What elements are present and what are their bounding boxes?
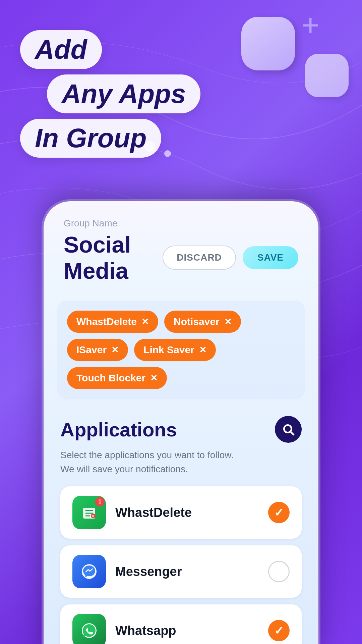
group-header: Group Name Social Media DISCARD SAVE xyxy=(44,201,318,290)
hero-pill-add: Add xyxy=(20,30,102,69)
tag-close-isaver[interactable]: ✕ xyxy=(111,345,119,354)
app-icon-whastdelete: ✕ 1 xyxy=(72,496,106,529)
check-icon-whatsapp: ✓ xyxy=(274,624,284,637)
tag-linksaver[interactable]: Link Saver ✕ xyxy=(134,339,216,361)
messenger-icon-svg xyxy=(79,561,99,582)
hero-pill-ingroup: In Group xyxy=(20,119,161,158)
checkbox-whastdelete[interactable]: ✓ xyxy=(268,502,290,523)
tag-close-notisaver[interactable]: ✕ xyxy=(224,317,232,326)
phone-screen: Group Name Social Media DISCARD SAVE Wha… xyxy=(44,201,318,644)
search-button[interactable] xyxy=(275,416,302,443)
save-button[interactable]: SAVE xyxy=(243,246,298,269)
shape-pill-large xyxy=(241,17,295,70)
applications-header: Applications xyxy=(60,416,302,443)
search-icon xyxy=(282,423,295,436)
whastdelete-badge: 1 xyxy=(95,497,105,506)
app-item-left-messenger: Messenger xyxy=(72,555,182,588)
tag-name-touchblocker: Touch Blocker xyxy=(76,372,145,384)
app-item-messenger: Messenger xyxy=(60,545,302,598)
app-name-whastdelete: WhastDelete xyxy=(115,505,192,520)
decorative-shapes: + xyxy=(221,0,362,107)
app-item-left-whatsapp: Whatsapp xyxy=(72,614,176,644)
app-name-messenger: Messenger xyxy=(115,565,182,579)
app-icon-whatsapp xyxy=(72,614,106,644)
app-list: ✕ 1 WhastDelete ✓ xyxy=(60,486,302,644)
tag-name-whastdelete: WhastDelete xyxy=(76,316,137,327)
tag-name-isaver: ISaver xyxy=(76,344,107,356)
tag-whastdelete[interactable]: WhastDelete ✕ xyxy=(67,311,158,333)
tag-close-whastdelete[interactable]: ✕ xyxy=(141,317,149,326)
app-icon-messenger xyxy=(72,555,106,588)
hero-pill-anyapps: Any Apps xyxy=(47,74,200,113)
applications-section: Applications Select the applications you… xyxy=(44,409,318,644)
tag-name-linksaver: Link Saver xyxy=(143,344,194,356)
tag-name-notisaver: Notisaver xyxy=(174,316,220,327)
hero-text-anyapps: Any Apps xyxy=(62,79,186,109)
group-name-title: Social Media xyxy=(64,231,163,284)
hero-text-ingroup: In Group xyxy=(35,123,146,153)
app-name-whatsapp: Whatsapp xyxy=(115,624,176,638)
app-item-whastdelete: ✕ 1 WhastDelete ✓ xyxy=(60,486,302,539)
header-buttons: DISCARD SAVE xyxy=(163,246,298,270)
discard-button[interactable]: DISCARD xyxy=(163,246,236,270)
applications-title: Applications xyxy=(60,418,177,441)
selected-tags-area: WhastDelete ✕ Notisaver ✕ ISaver ✕ Link … xyxy=(57,301,305,399)
phone-mockup: Group Name Social Media DISCARD SAVE Wha… xyxy=(44,201,318,644)
shape-pill-small xyxy=(305,54,349,97)
tag-touchblocker[interactable]: Touch Blocker ✕ xyxy=(67,367,167,389)
hero-text-add: Add xyxy=(35,35,87,64)
hero-text-container: Add Any Apps In Group xyxy=(20,30,200,163)
group-name-row: Social Media DISCARD SAVE xyxy=(64,231,298,284)
whastdelete-icon-svg: ✕ xyxy=(80,503,99,522)
checkbox-messenger[interactable] xyxy=(268,561,290,582)
app-item-whatsapp: Whatsapp ✓ xyxy=(60,604,302,644)
tag-notisaver[interactable]: Notisaver ✕ xyxy=(164,311,241,333)
group-name-label: Group Name xyxy=(64,218,298,229)
applications-description: Select the applications you want to foll… xyxy=(60,448,302,476)
tag-close-touchblocker[interactable]: ✕ xyxy=(150,374,158,382)
svg-text:✕: ✕ xyxy=(92,515,95,518)
svg-line-1 xyxy=(291,432,294,435)
plus-decoration: + xyxy=(302,10,335,44)
tag-close-linksaver[interactable]: ✕ xyxy=(199,345,206,354)
tag-isaver[interactable]: ISaver ✕ xyxy=(67,339,128,361)
check-icon-whastdelete: ✓ xyxy=(274,506,284,519)
whatsapp-icon-svg xyxy=(78,620,100,641)
app-item-left-whastdelete: ✕ 1 WhastDelete xyxy=(72,496,192,529)
checkbox-whatsapp[interactable]: ✓ xyxy=(268,620,290,641)
